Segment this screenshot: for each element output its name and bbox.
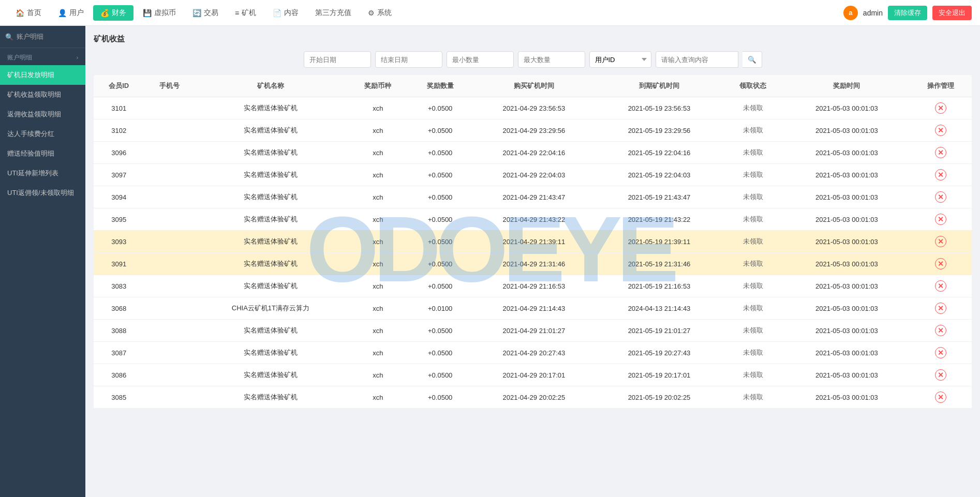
search-icon: 🔍 — [5, 33, 13, 41]
cell-phone — [144, 97, 194, 119]
delete-icon[interactable]: ✕ — [935, 369, 946, 381]
cell-qty: +0.0500 — [409, 342, 471, 364]
cell-expire-time: 2021-05-19 21:16:53 — [597, 275, 722, 297]
cell-reward-time: 2021-05-03 00:01:03 — [784, 253, 909, 275]
nav-finance[interactable]: 💰 财务 — [93, 5, 133, 21]
cell-expire-time: 2021-05-19 21:39:11 — [597, 231, 722, 253]
cell-buy-time: 2021-04-29 21:31:46 — [471, 253, 597, 275]
delete-icon[interactable]: ✕ — [935, 147, 946, 158]
cell-phone — [144, 253, 194, 275]
delete-icon[interactable]: ✕ — [935, 102, 946, 114]
delete-icon[interactable]: ✕ — [935, 391, 946, 403]
cell-buy-time: 2021-04-29 21:43:47 — [471, 186, 597, 208]
table-header-row: 会员ID 手机号 矿机名称 奖励币种 奖励数量 购买矿机时间 到期矿机时间 领取… — [94, 75, 972, 97]
cell-coin: xch — [347, 320, 409, 342]
cell-status: 未领取 — [722, 342, 784, 364]
search-button[interactable]: 🔍 — [743, 51, 762, 68]
sidebar-item-rebate-claim[interactable]: 返佣收益领取明细 — [0, 104, 85, 124]
sidebar-section[interactable]: 账户明细 › — [0, 48, 85, 65]
cell-status: 未领取 — [722, 97, 784, 119]
cell-reward-time: 2021-05-03 00:01:03 — [784, 386, 909, 409]
nav-miner[interactable]: ≡ 矿机 — [228, 5, 263, 21]
table-row: 3087 实名赠送体验矿机 xch +0.0500 2021-04-29 20:… — [94, 342, 972, 364]
cell-qty: +0.0500 — [409, 164, 471, 186]
min-qty-input[interactable] — [447, 51, 514, 68]
max-qty-input[interactable] — [518, 51, 585, 68]
sidebar-item-exp-gift[interactable]: 赠送经验值明细 — [0, 144, 85, 163]
cell-buy-time: 2021-04-29 21:43:22 — [471, 208, 597, 231]
cell-buy-time: 2021-04-29 22:04:03 — [471, 164, 597, 186]
top-nav: 🏠 首页 👤 用户 💰 财务 💾 虚拟币 🔄 交易 ≡ 矿机 📄 内容 第三方充 — [0, 0, 980, 26]
delete-icon[interactable]: ✕ — [935, 125, 946, 136]
table-row: 3101 实名赠送体验矿机 xch +0.0500 2021-04-29 23:… — [94, 97, 972, 119]
cell-member-id: 3083 — [94, 275, 144, 297]
search-input[interactable] — [656, 51, 738, 68]
nav-trade[interactable]: 🔄 交易 — [185, 5, 226, 21]
cell-qty: +0.0500 — [409, 186, 471, 208]
delete-icon[interactable]: ✕ — [935, 191, 946, 203]
sidebar-item-kol-fee[interactable]: 达人手续费分红 — [0, 124, 85, 144]
nav-crypto-label: 虚拟币 — [154, 8, 176, 18]
user-id-select[interactable]: 用户ID — [589, 51, 651, 68]
nav-system-label: 系统 — [377, 8, 392, 18]
col-qty: 奖励数量 — [409, 75, 471, 97]
sidebar-item-daily-release[interactable]: 矿机日发放明细 — [0, 65, 85, 85]
user-icon: 👤 — [58, 9, 67, 17]
nav-system[interactable]: ⚙ 系统 — [361, 5, 399, 21]
cell-buy-time: 2021-04-29 21:01:27 — [471, 320, 597, 342]
delete-icon[interactable]: ✕ — [935, 325, 946, 336]
sidebar-item-uti-new[interactable]: UTI延伸新增列表 — [0, 163, 85, 183]
cell-buy-time: 2021-04-29 21:16:53 — [471, 275, 597, 297]
delete-icon[interactable]: ✕ — [935, 347, 946, 358]
cell-coin: xch — [347, 164, 409, 186]
sidebar-search[interactable]: 🔍 账户明细 — [0, 26, 85, 48]
cell-reward-time: 2021-05-03 00:01:03 — [784, 342, 909, 364]
cell-coin: xch — [347, 297, 409, 320]
cell-qty: +0.0500 — [409, 275, 471, 297]
start-date-input[interactable] — [304, 51, 371, 68]
finance-icon: 💰 — [100, 9, 109, 17]
cell-status: 未领取 — [722, 186, 784, 208]
nav-content[interactable]: 📄 内容 — [265, 5, 306, 21]
nav-crypto[interactable]: 💾 虚拟币 — [136, 5, 183, 21]
cell-qty: +0.0500 — [409, 97, 471, 119]
clear-cache-button[interactable]: 清除缓存 — [888, 6, 927, 20]
delete-icon[interactable]: ✕ — [935, 236, 946, 247]
cell-phone — [144, 231, 194, 253]
cell-phone — [144, 164, 194, 186]
cell-status: 未领取 — [722, 142, 784, 164]
table-row: 3094 实名赠送体验矿机 xch +0.0500 2021-04-29 21:… — [94, 186, 972, 208]
trade-icon: 🔄 — [192, 9, 201, 17]
cell-qty: +0.0500 — [409, 119, 471, 142]
cell-action: ✕ — [910, 364, 972, 386]
nav-recharge[interactable]: 第三方充值 — [308, 5, 359, 21]
delete-icon[interactable]: ✕ — [935, 258, 946, 269]
cell-coin: xch — [347, 208, 409, 231]
logout-button[interactable]: 安全退出 — [932, 6, 972, 20]
sidebar-item-profit-claim[interactable]: 矿机收益领取明细 — [0, 85, 85, 104]
end-date-input[interactable] — [375, 51, 442, 68]
system-icon: ⚙ — [368, 9, 375, 17]
sidebar-item-kol-fee-label: 达人手续费分红 — [7, 129, 54, 139]
home-icon: 🏠 — [16, 9, 24, 17]
delete-icon[interactable]: ✕ — [935, 280, 946, 292]
cell-action: ✕ — [910, 342, 972, 364]
nav-content-label: 内容 — [284, 8, 299, 18]
sidebar-section-label: 账户明细 — [7, 53, 32, 62]
cell-status: 未领取 — [722, 297, 784, 320]
col-action: 操作管理 — [910, 75, 972, 97]
cell-miner-name: 实名赠送体验矿机 — [195, 142, 347, 164]
nav-home[interactable]: 🏠 首页 — [8, 5, 49, 21]
cell-member-id: 3086 — [94, 364, 144, 386]
sidebar-item-uti-rebate[interactable]: UTI返佣领/未领取明细 — [0, 183, 85, 203]
cell-miner-name: 实名赠送体验矿机 — [195, 342, 347, 364]
col-miner-name: 矿机名称 — [195, 75, 347, 97]
table-row: 3085 实名赠送体验矿机 xch +0.0500 2021-04-29 20:… — [94, 386, 972, 409]
cell-miner-name: 实名赠送体验矿机 — [195, 208, 347, 231]
cell-status: 未领取 — [722, 164, 784, 186]
delete-icon[interactable]: ✕ — [935, 214, 946, 225]
nav-user[interactable]: 👤 用户 — [51, 5, 91, 21]
delete-icon[interactable]: ✕ — [935, 169, 946, 180]
cell-buy-time: 2021-04-29 20:27:43 — [471, 342, 597, 364]
delete-icon[interactable]: ✕ — [935, 303, 946, 314]
